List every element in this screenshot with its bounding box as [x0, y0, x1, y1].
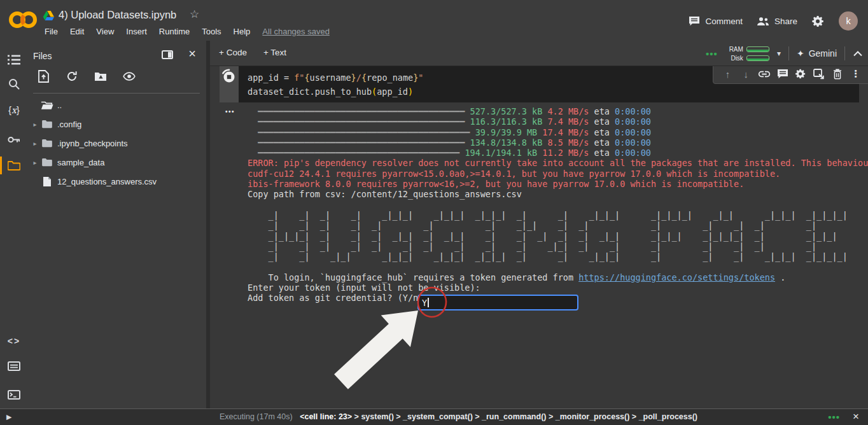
file-icon	[39, 176, 55, 187]
autosave-status[interactable]: All changes saved	[262, 27, 330, 36]
tree-item-label: .config	[57, 120, 81, 129]
table-of-contents-icon[interactable]	[0, 55, 28, 65]
status-dots-icon: •••	[828, 412, 840, 422]
upload-file-icon[interactable]	[36, 69, 51, 84]
folder-icon	[39, 120, 55, 129]
comment-button[interactable]: Comment	[689, 16, 743, 26]
refresh-icon[interactable]	[64, 69, 80, 84]
menu-edit[interactable]: Edit	[70, 27, 84, 36]
mirror-cell-icon[interactable]	[812, 69, 826, 80]
left-icon-rail: {x} <>	[0, 41, 28, 408]
menu-bar: File Edit View Insert Runtime Tools Help…	[45, 27, 330, 36]
cell-running-stop-icon[interactable]	[221, 69, 237, 85]
chevron-right-icon[interactable]: ▸	[31, 121, 39, 128]
folder-icon	[39, 139, 55, 148]
notebook-title[interactable]: 4) Upload Datasets.ipynb	[59, 9, 176, 21]
avatar[interactable]: k	[839, 11, 858, 31]
colab-logo	[8, 10, 38, 30]
gemini-button[interactable]: ✦ Gemini	[797, 48, 837, 59]
cell-line-ref[interactable]: <cell line: 23>	[300, 412, 352, 421]
executing-dots-icon: •••	[706, 48, 718, 59]
file-tree: .. ▸ .config ▸ .ipynb_checkpoints ▸ samp…	[28, 95, 206, 191]
status-bar: ▶ Executing (17m 40s) <cell line: 23> > …	[0, 408, 868, 425]
disk-meter	[746, 55, 769, 61]
folder-icon	[39, 158, 55, 167]
add-code-button[interactable]: + Code	[219, 48, 247, 57]
expand-status-icon[interactable]: ▶	[6, 413, 11, 421]
tree-item-parent-dir[interactable]: ..	[28, 95, 206, 115]
tree-item-label: .ipynb_checkpoints	[57, 139, 128, 148]
tree-item-label: ..	[57, 101, 62, 110]
tree-item-label: 12_questions_answers.csv	[57, 177, 157, 186]
add-comment-icon[interactable]	[776, 69, 790, 79]
token-credential-input[interactable]: Y	[417, 295, 578, 310]
menu-file[interactable]: File	[45, 27, 58, 36]
code-snippets-icon[interactable]: <>	[0, 336, 28, 346]
tree-item-sample-data[interactable]: ▸ sample_data	[28, 153, 206, 172]
divider	[788, 46, 789, 60]
chevron-right-icon[interactable]: ▸	[31, 140, 39, 147]
search-icon[interactable]	[0, 78, 28, 90]
secrets-key-icon[interactable]	[0, 136, 28, 144]
menu-help[interactable]: Help	[234, 27, 251, 36]
notebook-content: app_id = f"{username}/{repo_name}" datas…	[210, 66, 868, 408]
chevron-right-icon[interactable]: ▸	[31, 159, 39, 166]
close-panel-icon[interactable]: ×	[188, 46, 196, 61]
terminal-icon[interactable]	[0, 390, 28, 400]
execution-trace[interactable]: > system() > _system_compat() > _run_com…	[354, 412, 697, 421]
divider	[33, 93, 200, 94]
code-line-2: dataset_dict.push_to_hub(app_id)	[248, 85, 859, 99]
resources-dropdown-icon[interactable]: ▾	[777, 49, 781, 58]
share-button[interactable]: Share	[757, 17, 797, 26]
code-cell[interactable]: app_id = f"{username}/{repo_name}" datas…	[220, 66, 859, 102]
disk-label: Disk	[725, 55, 743, 62]
resource-meters[interactable]: RAM Disk	[725, 46, 769, 62]
output-options-icon[interactable]: •••	[225, 108, 235, 115]
comment-icon	[689, 16, 700, 26]
menu-runtime[interactable]: Runtime	[159, 27, 190, 36]
settings-gear-icon[interactable]	[811, 15, 825, 28]
files-panel-title: Files	[33, 51, 52, 61]
executing-status: Executing (17m 40s)	[220, 412, 293, 421]
gemini-sparkle-icon: ✦	[797, 48, 804, 59]
collapse-header-icon[interactable]	[853, 51, 863, 57]
cell-settings-gear-icon[interactable]	[794, 68, 808, 80]
ram-label: RAM	[725, 46, 743, 53]
cell-output: ━━━━━━━━━━━━━━━━━━━━━━━━━━━━━━━━━━━━━━━━…	[248, 106, 868, 303]
notebook-toolbar: + Code + Text ••• RAM Disk ▾ ✦ Gemini	[210, 41, 868, 66]
input-value: Y	[422, 298, 427, 308]
mount-drive-icon[interactable]	[93, 69, 108, 84]
cell-gutter	[220, 66, 239, 102]
panel-layout-icon[interactable]	[162, 50, 173, 62]
cell-toolbar: ↑ ↓ ⋮	[713, 66, 868, 84]
close-status-icon[interactable]: ×	[853, 411, 859, 422]
tree-item-label: sample_data	[57, 158, 104, 167]
menu-insert[interactable]: Insert	[126, 27, 147, 36]
tree-item-config[interactable]: ▸ .config	[28, 115, 206, 134]
divider	[844, 46, 845, 60]
copy-link-to-cell-icon[interactable]	[757, 71, 771, 78]
sidebar-notebook-divider[interactable]	[206, 41, 210, 408]
people-icon	[757, 17, 769, 26]
app-header: 4) Upload Datasets.ipynb ☆ File Edit Vie…	[0, 0, 868, 41]
move-cell-down-icon[interactable]: ↓	[739, 69, 753, 80]
menu-tools[interactable]: Tools	[202, 27, 221, 36]
open-folder-icon	[39, 101, 55, 110]
hidden-files-eye-icon[interactable]	[122, 69, 137, 84]
variables-icon[interactable]: {x}	[0, 105, 28, 115]
delete-cell-trash-icon[interactable]	[830, 69, 844, 80]
command-palette-icon[interactable]	[0, 361, 28, 371]
text-cursor	[428, 298, 429, 307]
star-icon[interactable]: ☆	[190, 8, 199, 21]
cell-more-actions-icon[interactable]: ⋮	[849, 68, 863, 80]
drive-icon	[43, 10, 54, 21]
files-folder-icon[interactable]	[0, 160, 28, 171]
annotation-arrow	[334, 310, 418, 389]
move-cell-up-icon[interactable]: ↑	[720, 69, 734, 80]
menu-view[interactable]: View	[96, 27, 114, 36]
tree-item-csv-file[interactable]: 12_questions_answers.csv	[28, 172, 206, 191]
files-panel: Files × .. ▸ .confi	[28, 41, 206, 408]
add-text-button[interactable]: + Text	[263, 48, 286, 57]
ram-meter	[746, 46, 769, 52]
tree-item-ipynb-checkpoints[interactable]: ▸ .ipynb_checkpoints	[28, 134, 206, 153]
